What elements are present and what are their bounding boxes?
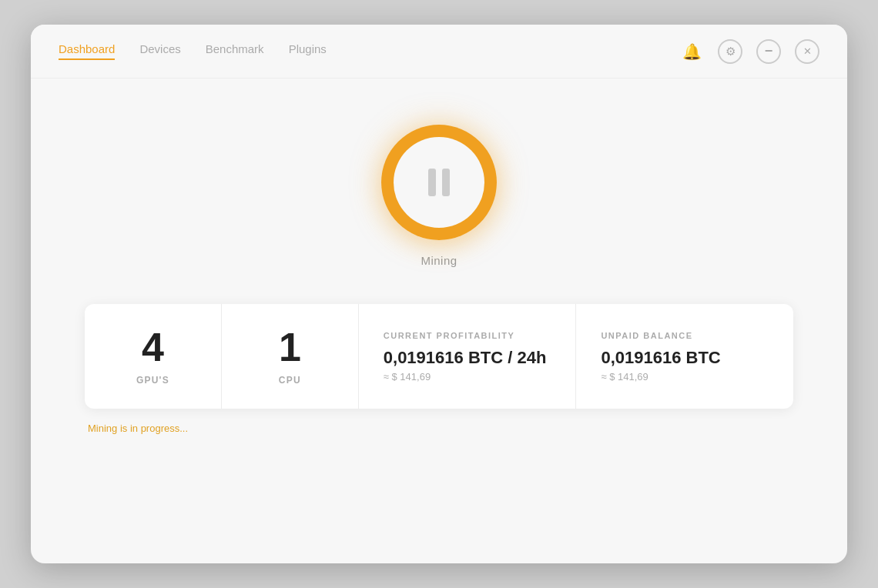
profitability-sub: ≈ $ 141,69 bbox=[384, 371, 431, 383]
settings-button[interactable]: ⚙ bbox=[718, 39, 742, 64]
stat-cpu: 1 CPU bbox=[222, 304, 359, 409]
stat-profitability: CURRENT PROFITABILITY 0,0191616 BTC / 24… bbox=[359, 304, 577, 409]
nav-bar: Dashboard Devices Benchmark Plugins 🔔 ⚙ … bbox=[31, 25, 847, 79]
minus-icon: − bbox=[765, 43, 773, 59]
bottom-hint-text: Mining is in progress... bbox=[88, 423, 188, 434]
nav-dashboard[interactable]: Dashboard bbox=[59, 42, 115, 60]
stats-row: 4 GPU'S 1 CPU CURRENT PROFITABILITY 0,01… bbox=[85, 304, 793, 409]
mining-label: Mining bbox=[421, 254, 457, 267]
mining-ring-inner bbox=[394, 137, 484, 228]
stat-gpus: 4 GPU'S bbox=[85, 304, 222, 409]
gpu-count: 4 bbox=[142, 327, 164, 367]
close-icon: ✕ bbox=[803, 45, 812, 57]
balance-value: 0,0191616 BTC bbox=[601, 348, 720, 368]
close-button[interactable]: ✕ bbox=[795, 39, 819, 64]
mining-section: Mining bbox=[381, 125, 497, 267]
mining-button[interactable] bbox=[381, 125, 497, 240]
pause-bar-left bbox=[428, 169, 436, 196]
nav-devices[interactable]: Devices bbox=[139, 42, 180, 60]
profitability-section-label: CURRENT PROFITABILITY bbox=[384, 331, 515, 340]
nav-links: Dashboard Devices Benchmark Plugins bbox=[59, 42, 327, 60]
bottom-hint-area: Mining is in progress... bbox=[85, 423, 793, 434]
gear-icon: ⚙ bbox=[726, 45, 736, 58]
nav-icon-group: 🔔 ⚙ − ✕ bbox=[679, 39, 819, 64]
cpu-label: CPU bbox=[279, 375, 301, 386]
gpu-label: GPU'S bbox=[136, 375, 169, 386]
profitability-value: 0,0191616 BTC / 24h bbox=[384, 348, 547, 368]
balance-sub: ≈ $ 141,69 bbox=[601, 371, 648, 383]
minimize-button[interactable]: − bbox=[756, 39, 781, 64]
main-content: Mining 4 GPU'S 1 CPU CURRENT PROFITABILI… bbox=[31, 79, 847, 563]
stat-balance: UNPAID BALANCE 0,0191616 BTC ≈ $ 141,69 bbox=[576, 304, 793, 409]
pause-bar-right bbox=[442, 169, 450, 196]
bell-button[interactable]: 🔔 bbox=[679, 39, 704, 64]
pause-icon bbox=[428, 169, 450, 196]
balance-section-label: UNPAID BALANCE bbox=[601, 331, 692, 340]
app-window: Dashboard Devices Benchmark Plugins 🔔 ⚙ … bbox=[31, 25, 847, 563]
bell-icon: 🔔 bbox=[682, 42, 702, 61]
nav-benchmark[interactable]: Benchmark bbox=[206, 42, 264, 60]
nav-plugins[interactable]: Plugins bbox=[289, 42, 327, 60]
cpu-count: 1 bbox=[279, 327, 301, 367]
